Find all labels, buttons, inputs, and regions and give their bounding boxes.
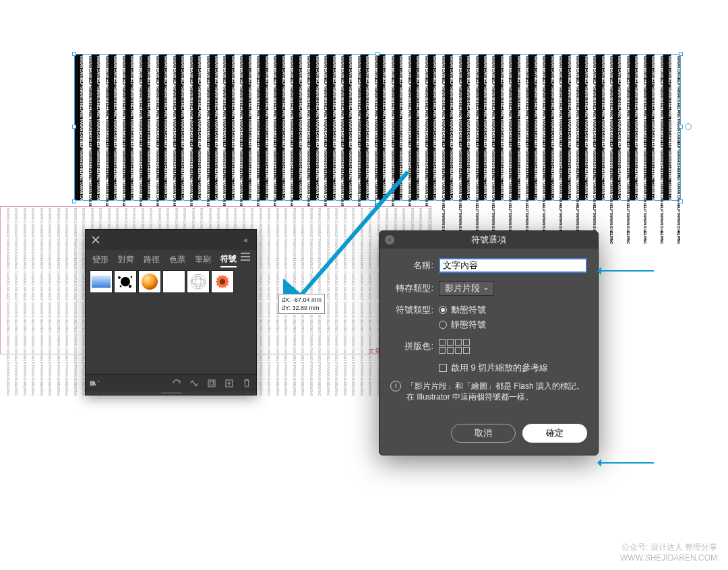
tab-brushes[interactable]: 筆刷 <box>195 253 211 267</box>
symbol-gradient-swatch[interactable] <box>90 270 113 293</box>
selection-handle-br[interactable] <box>679 199 683 203</box>
symbol-type-label: 符號類型: <box>390 304 433 316</box>
selection-handle-tl[interactable] <box>72 52 76 56</box>
name-label: 名稱: <box>390 259 433 272</box>
radio-static-label: 靜態符號 <box>451 319 486 331</box>
symbol-blank[interactable] <box>162 270 185 293</box>
selection-handle-tr[interactable] <box>679 52 683 56</box>
symbols-panel[interactable]: « 變形 對齊 路徑 色票 筆刷 符號 ˅ <box>85 229 257 395</box>
symbol-ink-splatter[interactable] <box>114 270 137 293</box>
tab-path[interactable]: 路徑 <box>144 253 160 267</box>
symbol-thumbnails <box>86 266 256 374</box>
callout-arrow-ok <box>600 462 654 464</box>
svg-rect-1 <box>92 276 111 288</box>
collapse-icon[interactable]: « <box>237 230 253 250</box>
selection-handle-ml[interactable] <box>72 125 76 129</box>
credit-line2: WWW.SHEJIDAREN.COM <box>620 552 717 563</box>
selection-handle-tm[interactable] <box>375 52 380 56</box>
radio-dynamic-symbol[interactable]: 動態符號 <box>439 304 486 316</box>
break-link-icon[interactable] <box>189 378 200 389</box>
svg-point-2 <box>121 277 130 286</box>
registration-label: 拼版色: <box>390 340 433 352</box>
tab-swatches[interactable]: 色票 <box>169 253 185 267</box>
selection-handle-mr[interactable] <box>679 125 683 129</box>
selection-handle-bm[interactable] <box>375 199 380 203</box>
tab-symbols[interactable]: 符號 <box>220 252 237 267</box>
svg-rect-23 <box>210 381 214 385</box>
nine-slice-label: 啟用 9 切片縮放的參考線 <box>451 362 548 374</box>
symbol-wire-knot[interactable] <box>187 270 210 293</box>
panel-tab-row: 變形 對齊 路徑 色票 筆刷 符號 <box>86 250 256 266</box>
symbol-options-dialog: × 符號選項 名稱: 轉存類型: 影片片段 符號類型: 動態符號 靜態符號 <box>379 230 599 455</box>
artwork-pattern-block[interactable]: TAIWAN CAN HELP TAIWAN IS HELPING TAIWAN… <box>74 54 681 201</box>
cancel-label: 取消 <box>475 427 492 439</box>
tooltip-dx: dX: -67.04 mm <box>282 296 322 304</box>
info-icon: i <box>390 381 401 391</box>
name-input[interactable] <box>439 258 587 273</box>
export-type-value: 影片片段 <box>445 282 480 294</box>
svg-point-4 <box>131 276 133 278</box>
selection-handle-bl[interactable] <box>72 199 76 203</box>
dialog-title-bar[interactable]: × 符號選項 <box>380 231 598 249</box>
symbol-gerbera-flower[interactable] <box>211 270 234 293</box>
svg-point-3 <box>118 276 121 279</box>
svg-point-18 <box>220 279 225 284</box>
close-icon[interactable] <box>88 232 103 247</box>
panel-menu-icon[interactable] <box>239 253 252 263</box>
radio-dynamic-label: 動態符號 <box>451 304 486 316</box>
library-icon[interactable]: ˅ <box>90 378 100 389</box>
cancel-button[interactable]: 取消 <box>451 424 516 443</box>
dialog-info-text: 「影片片段」和「繪圖」都是 Flash 讀入的標記。在 Illustrator … <box>406 381 587 402</box>
panel-resize-grip[interactable] <box>86 391 256 395</box>
symbol-options-icon[interactable] <box>206 378 217 389</box>
svg-point-6 <box>120 286 122 288</box>
svg-rect-19 <box>90 381 92 385</box>
drag-measure-tooltip: dX: -67.04 mm dY: 32.89 mm <box>278 294 325 314</box>
svg-rect-20 <box>92 381 94 385</box>
svg-point-7 <box>142 274 158 290</box>
dialog-info: i 「影片片段」和「繪圖」都是 Flash 讀入的標記。在 Illustrato… <box>390 381 587 402</box>
credit: 公众号: 设计达人 整理分享 WWW.SHEJIDAREN.COM <box>620 542 717 563</box>
export-type-label: 轉存類型: <box>390 282 433 294</box>
panel-footer: ˅ <box>86 374 256 391</box>
ok-button[interactable]: 確定 <box>522 424 587 443</box>
dialog-title: 符號選項 <box>471 234 506 246</box>
svg-line-21 <box>192 381 196 386</box>
nine-slice-checkbox[interactable]: 啟用 9 切片縮放的參考線 <box>439 362 587 374</box>
tab-align[interactable]: 對齊 <box>118 253 134 267</box>
close-icon[interactable]: × <box>385 235 394 245</box>
radio-static-symbol[interactable]: 靜態符號 <box>439 319 587 331</box>
export-type-select[interactable]: 影片片段 <box>439 281 494 296</box>
new-symbol-icon[interactable] <box>224 378 235 389</box>
symbol-orange-orb[interactable] <box>138 270 161 293</box>
rotate-handle[interactable] <box>685 123 692 130</box>
credit-line1: 公众号: 设计达人 整理分享 <box>620 542 717 552</box>
tooltip-dy: dY: 32.89 mm <box>282 304 322 312</box>
svg-rect-22 <box>208 380 215 387</box>
registration-grid[interactable] <box>439 339 470 354</box>
callout-arrow-name <box>600 270 654 272</box>
svg-point-5 <box>129 285 131 288</box>
ok-label: 確定 <box>546 427 564 439</box>
tab-transform[interactable]: 變形 <box>92 253 109 267</box>
place-symbol-icon[interactable] <box>171 378 182 389</box>
svg-point-9 <box>191 279 206 284</box>
trash-icon[interactable] <box>241 378 252 389</box>
